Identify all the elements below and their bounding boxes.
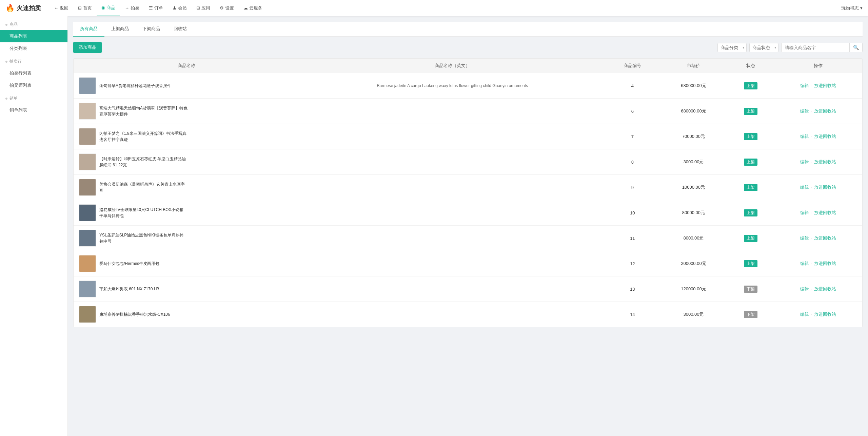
product-name-en-cell xyxy=(299,175,606,200)
col-header: 商品名称（英文） xyxy=(299,59,606,73)
nav-item-设置[interactable]: ⚙设置 xyxy=(215,0,239,16)
nav-item-订单[interactable]: ☰订单 xyxy=(144,0,168,16)
nav-item-首页[interactable]: ⊟首页 xyxy=(73,0,97,16)
col-header: 商品名称 xyxy=(74,59,299,73)
edit-action[interactable]: 编辑 xyxy=(800,134,809,139)
recycle-action[interactable]: 放进回收站 xyxy=(814,159,836,164)
product-name-text: 宇舶大爆炸男表 601.NX.7170.LR xyxy=(99,286,159,292)
sidebar-item-auction-house-list[interactable]: 拍卖行列表 xyxy=(0,67,67,79)
product-actions-cell: 编辑 · 放进回收站 xyxy=(774,175,862,200)
product-code-cell: 13 xyxy=(606,276,659,302)
edit-action[interactable]: 编辑 xyxy=(800,235,809,241)
status-badge: 上架 xyxy=(744,108,757,115)
sidebar-item-product-list[interactable]: 商品列表 xyxy=(0,30,67,42)
nav-right: 玩物得志 ▾ xyxy=(841,5,863,11)
product-name-cell: 宇舶大爆炸男表 601.NX.7170.LR xyxy=(74,276,299,302)
product-thumbnail xyxy=(79,255,96,272)
product-code-cell: 8 xyxy=(606,149,659,175)
edit-action[interactable]: 编辑 xyxy=(800,83,809,88)
tab-下架商品[interactable]: 下架商品 xyxy=(136,22,167,37)
product-name-text: 爱马仕女包包/Hermès牛皮两用包 xyxy=(99,261,159,267)
sidebar-section: 拍卖行拍卖行列表拍卖师列表 xyxy=(0,56,67,91)
tab-所有商品[interactable]: 所有商品 xyxy=(73,22,104,37)
edit-action[interactable]: 编辑 xyxy=(800,286,809,291)
product-name-text: 缅甸翡翠A货老坑精种莲花送子观音摆件 xyxy=(99,83,171,89)
product-name-en-cell xyxy=(299,251,606,276)
nav-icon: → xyxy=(125,5,129,11)
status-badge: 上架 xyxy=(744,82,757,89)
edit-action[interactable]: 编辑 xyxy=(800,159,809,164)
nav-icon: ♟ xyxy=(173,5,177,11)
section-dot xyxy=(5,61,7,63)
recycle-action[interactable]: 放进回收站 xyxy=(814,83,836,88)
edit-action[interactable]: 编辑 xyxy=(800,185,809,190)
recycle-action[interactable]: 放进回收站 xyxy=(814,134,836,139)
nav-items: ←返回⊟首页◉商品→拍卖☰订单♟会员⊞应用⚙设置☁云服务 xyxy=(49,0,841,16)
recycle-action[interactable]: 放进回收站 xyxy=(814,235,836,241)
recycle-action[interactable]: 放进回收站 xyxy=(814,185,836,190)
product-name-text: 美协会员伍泊森《晨曦听泉声》玄关青山水画字画 xyxy=(99,181,188,193)
search-button[interactable]: 🔍 xyxy=(849,43,862,52)
product-status-cell: 上架 xyxy=(728,99,774,124)
action-separator: · xyxy=(810,235,813,241)
search-input[interactable] xyxy=(782,43,849,52)
recycle-action[interactable]: 放进回收站 xyxy=(814,261,836,266)
sidebar-item-auctioneer-list[interactable]: 拍卖师列表 xyxy=(0,79,67,91)
status-filter[interactable]: 商品状态 xyxy=(749,43,778,52)
product-name-cell: 爱马仕女包包/Hermès牛皮两用包 xyxy=(74,251,299,276)
status-badge: 上架 xyxy=(744,260,757,267)
status-badge: 下架 xyxy=(744,311,757,318)
product-code-cell: 4 xyxy=(606,73,659,99)
edit-action[interactable]: 编辑 xyxy=(800,210,809,215)
search-box: 🔍 xyxy=(781,43,863,52)
table-row: 宇舶大爆炸男表 601.NX.7170.LR13120000.00元下架编辑 ·… xyxy=(74,276,862,302)
category-filter[interactable]: 商品分类 xyxy=(717,43,747,52)
nav-icon: ⊞ xyxy=(196,5,200,11)
product-thumbnail xyxy=(79,179,96,196)
product-name-cell: 【时来运转】和田玉原石枣红皮 羊脂白玉精品油腻细润 61.22克 xyxy=(74,149,299,175)
product-cell: 宇舶大爆炸男表 601.NX.7170.LR xyxy=(79,281,294,297)
status-badge: 上架 xyxy=(744,133,757,140)
nav-item-云服务[interactable]: ☁云服务 xyxy=(239,0,267,16)
edit-action[interactable]: 编辑 xyxy=(800,312,809,317)
status-badge: 上架 xyxy=(744,159,757,166)
nav-item-拍卖[interactable]: →拍卖 xyxy=(120,0,144,16)
tab-上架商品[interactable]: 上架商品 xyxy=(104,22,136,37)
logo[interactable]: 🔥 火速拍卖 xyxy=(5,4,41,13)
table-row: 爱马仕女包包/Hermès牛皮两用包12200000.00元上架编辑 · 放进回… xyxy=(74,251,862,276)
table-row: 高端大气精雕天然缅甸A货翡翠【观音菩萨】特色宽厚菩萨大摆件6680000.00元… xyxy=(74,99,862,124)
edit-action[interactable]: 编辑 xyxy=(800,261,809,266)
add-product-button[interactable]: 添加商品 xyxy=(73,42,102,53)
table-body: 缅甸翡翠A货老坑精种莲花送子观音摆件Burmese jadeite A carg… xyxy=(74,73,862,327)
sidebar-item-order-list[interactable]: 销单列表 xyxy=(0,104,67,116)
product-name-en-cell xyxy=(299,200,606,226)
product-status-cell: 上架 xyxy=(728,124,774,149)
edit-action[interactable]: 编辑 xyxy=(800,108,809,113)
tab-回收站[interactable]: 回收站 xyxy=(167,22,194,37)
product-code-cell: 10 xyxy=(606,200,659,226)
product-cell: 缅甸翡翠A货老坑精种莲花送子观音摆件 xyxy=(79,77,294,94)
recycle-action[interactable]: 放进回收站 xyxy=(814,312,836,317)
product-thumbnail xyxy=(79,128,96,145)
sidebar-section-title: 销单 xyxy=(0,93,67,104)
product-status-cell: 上架 xyxy=(728,251,774,276)
product-name-cell: 路易威登LV全球限量40只CLUTCH BOX小硬箱子单肩斜挎包 xyxy=(74,200,299,226)
action-separator: · xyxy=(810,83,813,88)
product-cell: YSL圣罗兰SLP油蜡皮黑色NIKI链条包单肩斜挎包中号 xyxy=(79,230,294,247)
nav-item-会员[interactable]: ♟会员 xyxy=(168,0,192,16)
layout: 商品商品列表分类列表拍卖行拍卖行列表拍卖师列表销单销单列表 所有商品上架商品下架… xyxy=(0,16,868,436)
recycle-action[interactable]: 放进回收站 xyxy=(814,286,836,291)
product-table: 商品名称商品名称（英文）商品编号市场价状态操作 缅甸翡翠A货老坑精种莲花送子观音… xyxy=(74,59,862,327)
product-status-cell: 上架 xyxy=(728,200,774,226)
nav-item-返回[interactable]: ←返回 xyxy=(49,0,73,16)
product-name-text: 闪拍王梦之《1.8米三国演义开篇词》书法手写真迹客厅挂字真迹 xyxy=(99,130,188,143)
recycle-action[interactable]: 放进回收站 xyxy=(814,108,836,113)
recycle-action[interactable]: 放进回收站 xyxy=(814,210,836,215)
product-name-cell: 缅甸翡翠A货老坑精种莲花送子观音摆件 xyxy=(74,73,299,99)
nav-item-应用[interactable]: ⊞应用 xyxy=(192,0,215,16)
table-row: 柬埔寨菩萨棋楠沉香手串沉水级-CX106143000.00元下架编辑 · 放进回… xyxy=(74,302,862,327)
product-cell: 柬埔寨菩萨棋楠沉香手串沉水级-CX106 xyxy=(79,306,294,323)
sidebar-item-category-list[interactable]: 分类列表 xyxy=(0,42,67,55)
nav-item-商品[interactable]: ◉商品 xyxy=(97,0,120,16)
nav-right-label[interactable]: 玩物得志 ▾ xyxy=(841,5,863,11)
